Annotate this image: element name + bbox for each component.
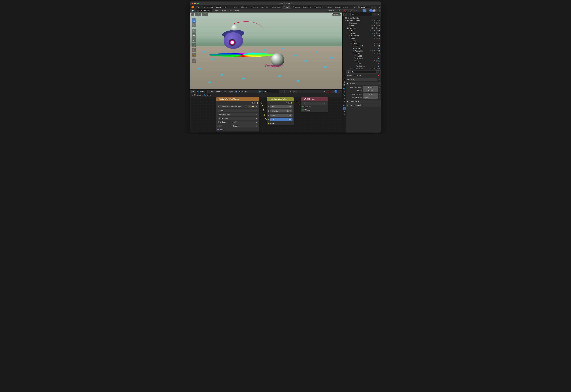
outliner-tree[interactable]: ▾▣ Scene Collection ▾▣LightsCamera☑👁🖵📷•🎥… [343, 16, 381, 70]
overlay-toggle[interactable]: ⊡ [359, 9, 362, 12]
ptab-texture[interactable]: ▦ [343, 113, 346, 116]
socket-hsv-color-out[interactable] [291, 102, 292, 104]
ws-layout[interactable]: Layout [232, 5, 240, 9]
viewlayer-browse-icon[interactable]: ⚏ [378, 6, 381, 9]
props-options[interactable]: ⋮ [377, 71, 380, 74]
menu-edit[interactable]: Edit [201, 6, 206, 9]
resolution-field[interactable]: 0.05 m [363, 86, 378, 89]
tool-rotate[interactable]: ⟲ [192, 33, 196, 38]
metaball-panel-header[interactable]: ▾Metaball⋯ [346, 82, 381, 85]
image-field[interactable]: FoothillsParkPaloAlto.jpg [221, 105, 243, 108]
maximize-button[interactable] [197, 3, 199, 4]
xray-toggle[interactable]: ◐ [363, 9, 366, 12]
ne-snap[interactable]: 🧲 [327, 90, 330, 93]
tree-row[interactable]: ▽Iris.001● [343, 55, 381, 57]
ne-select[interactable]: Select [215, 90, 221, 93]
options-dropdown[interactable]: Options ⌄ [332, 14, 341, 16]
ne-overlay[interactable]: ⊞ [323, 90, 326, 93]
socket-color-in[interactable] [268, 123, 270, 124]
socket-vector-in[interactable] [217, 129, 219, 130]
vp-view[interactable]: View [214, 9, 219, 12]
update-select[interactable]: Always⌄ [363, 96, 378, 99]
vp-add[interactable]: Add [228, 9, 232, 12]
tree-root[interactable]: ▾▣ Scene Collection [343, 17, 381, 19]
home-icon[interactable]: ⌂ [192, 94, 193, 96]
shader-type[interactable]: 🌐World⌄ [196, 90, 208, 93]
scene-new-icon[interactable]: ⎘ [371, 6, 373, 9]
node-world-output[interactable]: ▾World Output All⌄ Surface Volume [301, 97, 328, 112]
tree-row[interactable]: ▽Ship● [343, 40, 381, 42]
socket-color-out[interactable] [257, 102, 258, 104]
editor-type[interactable]: 🧊 [191, 9, 195, 12]
shading-options[interactable]: ⌄ [376, 9, 380, 12]
vp-object[interactable]: Object [234, 9, 240, 12]
projection-select[interactable]: Equirectangular⌄ [217, 113, 258, 116]
proportional-edit[interactable]: ◯ ⌄ [349, 9, 354, 12]
tree-row[interactable]: ▽Iris● [343, 62, 381, 65]
node-canvas[interactable]: ▾FoothillsParkPaloAlto.jpg Color 🖼 Footh… [190, 97, 342, 132]
scene-field[interactable]: 🎬Scene [357, 5, 370, 9]
colorspace-select[interactable]: sRGB⌄ [231, 120, 258, 124]
target-select[interactable]: All⌄ [302, 102, 327, 105]
ptab-output[interactable]: 🖨 [343, 77, 346, 80]
select-mode-2[interactable] [195, 14, 198, 16]
world-unlink[interactable]: ✕ [289, 90, 292, 93]
outliner-filter[interactable]: ▽ [373, 13, 376, 16]
ws-shading[interactable]: Shading [283, 5, 291, 9]
bc-scene[interactable]: Scene [197, 94, 201, 96]
vp-select[interactable]: Select [220, 9, 227, 12]
props-search[interactable]: 🔍 [351, 71, 376, 73]
shading-material[interactable] [370, 9, 372, 12]
ptab-constraint[interactable]: 🔗 [343, 103, 346, 106]
tool-add-cube[interactable]: ⬚ [192, 58, 196, 63]
world-pin[interactable]: 📌 [293, 90, 297, 93]
socket-volume[interactable] [302, 109, 304, 111]
ws-render[interactable]: Rendering [302, 5, 312, 9]
image-fake-user[interactable]: 🛡 [244, 105, 247, 108]
ne-snap-opts[interactable]: ⌄ [331, 90, 334, 93]
ptab-modifier[interactable]: 🔧 [343, 94, 346, 97]
tree-row[interactable]: ▾▽Ship👁🖵📷 [343, 37, 381, 40]
tree-row[interactable]: 🔧Modifiers◐ [343, 47, 381, 50]
minimize-button[interactable] [194, 3, 196, 4]
socket-sat[interactable] [268, 110, 270, 112]
world-browse[interactable]: 🌐 [258, 90, 261, 93]
socket-hue[interactable] [268, 106, 270, 107]
custom-props-panel[interactable]: ▸Custom Properties⋯ [346, 103, 381, 107]
blender-logo[interactable] [191, 6, 194, 9]
shield-icon[interactable]: 🛡 [378, 79, 380, 80]
close-button[interactable] [192, 3, 193, 4]
tree-row[interactable]: •▽Ocean▽ ▽👁🖵📷 [343, 32, 381, 34]
ne-node[interactable]: Node [228, 90, 234, 93]
data-name-field[interactable]: Mball [349, 78, 377, 81]
tool-move[interactable]: ✥ [192, 29, 196, 33]
mode-select[interactable]: ⬛ Object Mode ⌄ [196, 9, 213, 12]
ptab-data[interactable]: ◔ [343, 107, 346, 110]
ne-view[interactable]: View [209, 90, 214, 93]
shading-solid[interactable] [367, 9, 370, 12]
tree-row[interactable]: ▾▽Iris👁🖵📷 [343, 60, 381, 62]
world-datablock[interactable]: World [262, 90, 279, 93]
ws-script[interactable]: Scripting [324, 5, 334, 9]
ptab-scene[interactable]: 🎬 [343, 84, 346, 87]
tool-cursor[interactable]: ⊕ [192, 23, 196, 27]
pin-icon[interactable]: 📌 [377, 75, 380, 76]
ne-preview[interactable] [335, 90, 337, 92]
ptab-object[interactable]: ▣ [343, 90, 346, 93]
tool-select-box[interactable]: ⬚ [192, 18, 196, 23]
menu-file[interactable]: File [196, 6, 200, 9]
ws-comp[interactable]: Compositing [312, 5, 324, 9]
select-mode-1[interactable] [191, 14, 194, 16]
props-type[interactable]: ⚙ [347, 71, 350, 74]
node-editor-type[interactable]: ◔ [191, 90, 195, 93]
image-browse[interactable]: 🖼 [217, 105, 221, 108]
select-mode-4[interactable] [202, 14, 205, 16]
tree-row[interactable]: ▸▽FaceHiRes▽ ▽👁🖵📷 [343, 67, 381, 70]
select-mode-3[interactable] [198, 14, 201, 16]
tree-row[interactable]: ▾▽Creature👁🖵📷 [343, 42, 381, 44]
image-open[interactable]: 📁 [251, 105, 255, 108]
image-new[interactable]: ⎘ [248, 105, 251, 108]
ws-anim[interactable]: Animation [291, 5, 302, 9]
bc-world[interactable]: World [207, 94, 211, 96]
tree-row[interactable]: ▾▣LightsCamera☑👁🖵📷 [343, 19, 381, 22]
